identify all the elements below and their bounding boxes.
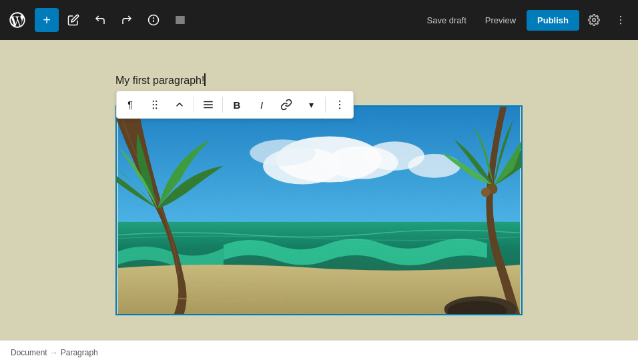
edit-button[interactable] — [61, 8, 85, 32]
document-breadcrumb[interactable]: Document — [11, 348, 47, 357]
paragraph-type-button[interactable]: ¶ — [118, 93, 142, 117]
preview-button[interactable]: Preview — [477, 11, 524, 29]
svg-point-15 — [153, 107, 154, 109]
block-toolbar: ¶ B I — [116, 91, 354, 119]
svg-point-22 — [339, 107, 340, 109]
svg-point-10 — [620, 23, 621, 24]
beach-image — [115, 105, 523, 315]
more-options-button[interactable] — [609, 8, 633, 32]
svg-point-11 — [153, 101, 154, 102]
text-cursor — [204, 73, 206, 86]
main-content: ¶ B I — [0, 40, 638, 340]
drag-handle-button[interactable] — [143, 93, 167, 117]
wp-logo[interactable] — [5, 8, 29, 32]
save-draft-button[interactable]: Save draft — [419, 11, 474, 29]
info-button[interactable] — [141, 8, 166, 32]
svg-point-12 — [155, 101, 157, 102]
move-up-down-button[interactable] — [168, 93, 192, 117]
undo-button[interactable] — [88, 8, 112, 32]
svg-point-16 — [155, 107, 157, 109]
publish-button[interactable]: Publish — [527, 10, 579, 31]
redo-button[interactable] — [115, 8, 139, 32]
image-block[interactable] — [115, 105, 523, 315]
alignment-button[interactable] — [196, 93, 220, 117]
svg-point-9 — [620, 19, 621, 21]
toolbar-right: Save draft Preview Publish — [419, 8, 633, 32]
link-button[interactable] — [274, 93, 298, 117]
italic-button[interactable]: I — [250, 93, 274, 117]
toolbar-divider-3 — [325, 97, 326, 113]
top-toolbar: + — [0, 0, 638, 40]
more-rich-text-button[interactable]: ▾ — [299, 93, 323, 117]
svg-point-14 — [155, 104, 157, 105]
list-view-button[interactable] — [168, 8, 192, 32]
paragraph-breadcrumb[interactable]: Paragraph — [61, 348, 98, 357]
paragraph-text: My first paragraph! — [115, 75, 204, 86]
svg-rect-35 — [118, 107, 520, 314]
settings-button[interactable] — [582, 8, 606, 32]
bold-button[interactable]: B — [225, 93, 249, 117]
svg-point-21 — [339, 104, 340, 105]
toolbar-divider-2 — [222, 97, 223, 113]
toolbar-divider-1 — [194, 97, 194, 113]
svg-point-7 — [593, 19, 596, 22]
breadcrumb-arrow: → — [50, 348, 58, 357]
svg-point-13 — [153, 104, 154, 105]
svg-point-8 — [620, 16, 621, 17]
add-block-button[interactable]: + — [35, 8, 59, 32]
block-options-button[interactable] — [328, 93, 352, 117]
status-bar: Document → Paragraph — [0, 340, 638, 364]
svg-point-20 — [339, 101, 340, 102]
